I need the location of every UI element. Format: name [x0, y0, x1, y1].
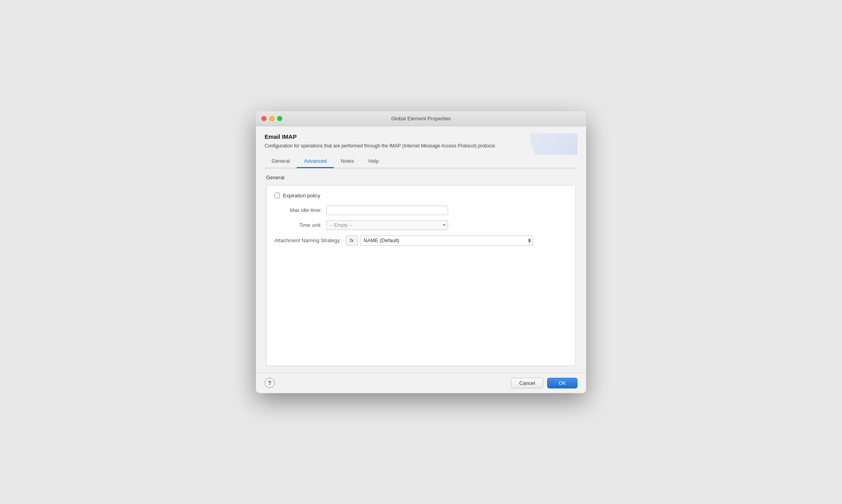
window-title: Global Element Properties: [391, 116, 451, 121]
minimize-button[interactable]: [269, 116, 274, 121]
tab-general[interactable]: General: [265, 155, 297, 168]
fx-icon: fx: [350, 237, 354, 243]
tab-bar: General Advanced Notes Help: [265, 155, 577, 168]
traffic-lights: [261, 116, 282, 121]
attachment-naming-strategy-label: Attachment Naming Strategy:: [274, 237, 341, 243]
time-unit-row: Time unit: -- Empty -- Milliseconds Seco…: [274, 221, 568, 230]
bottom-bar: ? Cancel OK: [256, 373, 586, 393]
help-button[interactable]: ?: [265, 378, 275, 388]
close-button[interactable]: [261, 116, 267, 121]
max-idle-time-label: Max idle time:: [274, 207, 322, 213]
panel-wrapper: General Expiration policy Max idle time:…: [256, 168, 586, 373]
time-unit-label: Time unit:: [274, 222, 322, 228]
section-general-label: General: [266, 175, 576, 180]
tab-notes[interactable]: Notes: [334, 155, 361, 168]
expiration-policy-checkbox[interactable]: [274, 193, 280, 198]
dialog-window: Global Element Properties Email IMAP Con…: [256, 111, 586, 393]
time-unit-select-wrapper: -- Empty -- Milliseconds Seconds Minutes…: [326, 221, 448, 230]
titlebar: Global Element Properties: [256, 111, 586, 126]
tab-help[interactable]: Help: [361, 155, 386, 168]
inner-panel: Expiration policy Max idle time: Time un…: [266, 185, 576, 366]
ok-button[interactable]: OK: [547, 378, 577, 388]
max-idle-time-input[interactable]: [326, 206, 448, 215]
expiration-policy-label: Expiration policy: [283, 193, 320, 199]
header-area: Email IMAP Configuration for operations …: [256, 126, 586, 168]
attachment-naming-strategy-select[interactable]: NAME (Default) ID NONE: [360, 235, 533, 246]
tab-advanced[interactable]: Advanced: [297, 155, 334, 168]
advanced-panel: General Expiration policy Max idle time:…: [265, 168, 577, 373]
time-unit-select[interactable]: -- Empty -- Milliseconds Seconds Minutes…: [326, 221, 448, 230]
help-icon: ?: [268, 380, 272, 386]
maximize-button[interactable]: [277, 116, 282, 121]
dialog-description: Configuration for operations that are pe…: [265, 142, 516, 149]
expiration-policy-row: Expiration policy: [274, 193, 568, 199]
attachment-naming-strategy-row: Attachment Naming Strategy: fx NAME (Def…: [274, 235, 568, 246]
bottom-actions: Cancel OK: [511, 378, 577, 388]
decorative-shape: [530, 133, 577, 155]
strategy-select-wrapper: NAME (Default) ID NONE: [360, 235, 533, 246]
cancel-button[interactable]: Cancel: [511, 378, 543, 388]
max-idle-time-row: Max idle time:: [274, 206, 568, 215]
header-block: Email IMAP Configuration for operations …: [265, 133, 577, 155]
fx-button[interactable]: fx: [346, 235, 358, 246]
